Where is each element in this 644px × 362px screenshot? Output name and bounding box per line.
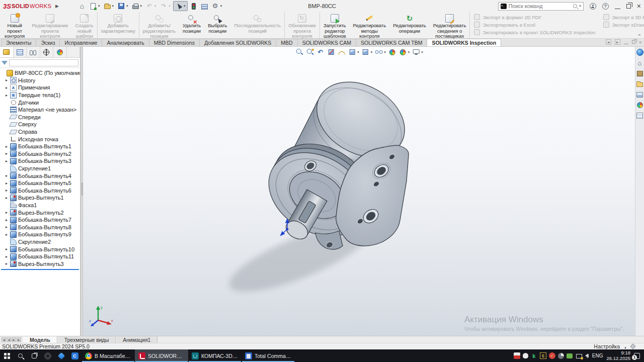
feature-tree-item[interactable]: ▸ Сверху xyxy=(0,121,80,128)
expand-arrow-icon[interactable]: ▸ xyxy=(5,210,9,215)
feature-tree-item[interactable]: ▸ Материал <не указан> xyxy=(0,106,80,114)
expand-arrow-icon[interactable]: ▸ xyxy=(5,196,9,200)
view-palette-icon[interactable] xyxy=(636,90,644,99)
solidworks-resources-icon[interactable] xyxy=(636,48,644,56)
zoom-to-area-icon[interactable]: ▾ xyxy=(305,48,314,56)
last-sheet-icon[interactable]: ▶ xyxy=(17,337,21,342)
tray-icon-red-app[interactable] xyxy=(514,352,520,359)
dropdown-caret-icon[interactable]: ▾ xyxy=(112,4,114,8)
edit-appearance-icon[interactable]: ▾ xyxy=(387,48,397,56)
apply-scene-icon[interactable]: ▾ xyxy=(398,48,411,56)
settings-gear-icon[interactable]: ▾ xyxy=(210,2,224,11)
tab-scroll-right-icon[interactable]: ▶ xyxy=(615,39,620,45)
propertymanager-tab[interactable] xyxy=(14,47,27,57)
view-settings-icon[interactable]: ▾ xyxy=(411,48,424,56)
export-3d-pdf-button[interactable]: Экспорт в 3D PDF xyxy=(603,14,644,20)
edit-inspection-project-button[interactable]: Редактирование проекта контроля xyxy=(28,12,71,38)
delete-balloons-button[interactable]: Удалить позиции xyxy=(179,12,204,38)
export-edrawing-button[interactable]: Экспорт eDrawing xyxy=(603,22,644,28)
feature-tree-item[interactable]: ▸ Датчики xyxy=(0,99,80,106)
tree-filter-input[interactable] xyxy=(9,59,78,66)
command-tab[interactable]: Анализировать xyxy=(102,39,149,46)
help-icon[interactable]: ? xyxy=(602,3,609,10)
clock[interactable]: 9:18 26.12.2025 xyxy=(606,350,630,361)
status-caret-icon[interactable] xyxy=(624,343,627,349)
expand-arrow-icon[interactable]: ▸ xyxy=(5,159,9,163)
edit-operations-button[interactable]: Редактировать операции xyxy=(389,12,430,38)
undo-icon[interactable]: ▾ xyxy=(144,2,158,11)
command-tab[interactable]: Исправление xyxy=(59,39,102,46)
dropdown-caret-icon[interactable]: ▾ xyxy=(184,4,186,8)
feature-tree-item[interactable]: ▸ Фаска1 xyxy=(0,202,80,209)
expand-arrow-icon[interactable]: ▸ xyxy=(5,188,9,193)
expand-arrow-icon[interactable]: ▸ xyxy=(5,181,9,186)
expand-arrow-icon[interactable]: ▸ xyxy=(5,93,9,98)
feature-tree-item[interactable]: ▸ Вырез-Вытянуть2 xyxy=(0,209,80,216)
collapse-ribbon-icon[interactable]: › xyxy=(636,34,642,36)
dropdown-caret-icon[interactable]: ▾ xyxy=(408,50,410,54)
expand-arrow-icon[interactable]: ▸ xyxy=(5,232,9,237)
taskbar-search-button[interactable] xyxy=(14,349,27,362)
tray-icon-green-card[interactable] xyxy=(567,353,573,358)
balloon-sequence-button[interactable]: Последовательность позиций xyxy=(231,12,285,38)
command-tab[interactable]: MBD xyxy=(276,39,297,46)
design-library-icon[interactable] xyxy=(636,69,644,77)
feature-tree-item[interactable]: ▸ Бобышка-Вытянуть2 xyxy=(0,150,80,158)
expand-arrow-icon[interactable]: ▸ xyxy=(5,225,9,229)
expand-arrow-icon[interactable]: ▸ xyxy=(5,151,9,156)
command-tab[interactable]: Добавления SOLIDWORKS xyxy=(199,39,276,46)
displaymanager-tab[interactable] xyxy=(53,47,67,57)
search-dropdown-icon[interactable]: ▾ xyxy=(579,4,581,8)
new-inspection-project-button[interactable]: Новый проект контроля xyxy=(1,12,28,38)
command-tab[interactable]: SOLIDWORKS CAM TBM xyxy=(356,39,427,46)
measure-icon[interactable]: ▾ xyxy=(337,48,346,56)
status-customize-label[interactable]: Настройка xyxy=(594,343,620,349)
feature-tree-item[interactable]: ▸ Скругление1 xyxy=(0,165,80,172)
dropdown-caret-icon[interactable]: ▾ xyxy=(421,50,423,54)
graphics-viewport[interactable]: ▾▾▾▾▾▾▾▾▾▾▾ xyxy=(83,47,635,336)
create-new-template-button[interactable]: Создать новый шаблон xyxy=(72,12,98,38)
tab-scroll-left-icon[interactable]: ◀ xyxy=(606,39,611,45)
hide-show-items-icon[interactable]: ▾ xyxy=(374,48,386,56)
prev-sheet-icon[interactable]: ◀ xyxy=(7,337,11,342)
feature-tree-item[interactable]: ▸ Скругление2 xyxy=(0,238,80,246)
dropdown-caret-icon[interactable]: ▾ xyxy=(154,4,156,8)
file-explorer-icon[interactable] xyxy=(636,80,644,88)
tray-icon-pie[interactable] xyxy=(558,353,564,359)
expand-arrow-icon[interactable]: ▸ xyxy=(5,218,9,222)
taskbar-window-solidworks[interactable]: SOLIDWORKS Prem... xyxy=(135,349,188,362)
tray-icon-gold-5[interactable] xyxy=(540,352,546,359)
command-tab[interactable]: SOLIDWORKS Inspection xyxy=(427,39,501,46)
dropdown-caret-icon[interactable]: ▾ xyxy=(384,50,386,54)
edit-supplier-info-button[interactable]: Редактировать сведения о поставщиках xyxy=(430,12,470,38)
home-tab-icon[interactable] xyxy=(636,59,644,67)
home-icon[interactable]: ▾ xyxy=(77,2,87,11)
new-document-icon[interactable]: ▾ xyxy=(88,2,102,11)
expand-arrow-icon[interactable]: ▸ xyxy=(5,247,9,251)
taskbar-window-chrome[interactable]: В Масштабе. Черт... xyxy=(82,349,135,362)
search-magnifier-icon[interactable] xyxy=(573,4,577,8)
pinned-app-assistant[interactable] xyxy=(41,349,54,362)
command-tab[interactable]: Эскиз xyxy=(36,39,60,46)
network-icon[interactable] xyxy=(576,354,582,358)
feature-tree-item[interactable]: ▸ Бобышка-Вытянуть4 xyxy=(0,172,80,179)
dropdown-caret-icon[interactable]: ▾ xyxy=(169,4,171,8)
document-tab[interactable]: Модель xyxy=(23,336,57,343)
dropdown-caret-icon[interactable]: ▾ xyxy=(126,4,128,8)
command-tab[interactable]: Элементы xyxy=(1,39,36,46)
dimxpertmanager-tab[interactable] xyxy=(40,47,54,57)
feature-tree-item[interactable]: ▸ History xyxy=(0,77,80,84)
options-grid-icon[interactable]: ▾ xyxy=(200,2,209,11)
custom-properties-icon[interactable] xyxy=(636,112,644,120)
window-minimize-button[interactable] xyxy=(615,4,620,9)
first-sheet-icon[interactable]: ◀ xyxy=(2,337,6,342)
add-edit-balloons-button[interactable]: Добавить/редактировать позиции xyxy=(139,12,179,38)
menu-expand-icon[interactable]: ▶ xyxy=(55,4,59,9)
feature-tree-item[interactable]: ▸ Бобышка-Вытянуть7 xyxy=(0,216,80,224)
pinned-app-c[interactable] xyxy=(68,349,82,362)
export-inspection-project-button[interactable]: Экспортировать в проект SOLIDWORKS Inspe… xyxy=(474,29,595,35)
view-orientation-icon[interactable]: ▾ xyxy=(347,48,360,56)
document-tab[interactable]: Трехмерные виды xyxy=(57,336,116,343)
expand-arrow-icon[interactable]: ▸ xyxy=(5,144,9,149)
user-account-icon[interactable] xyxy=(590,3,596,10)
